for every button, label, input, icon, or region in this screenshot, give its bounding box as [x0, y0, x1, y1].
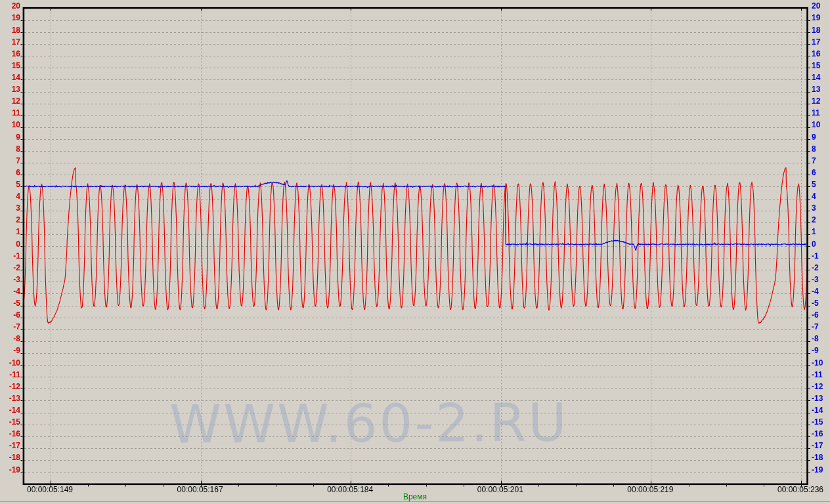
y-axis-label-left: 18 — [0, 26, 20, 35]
y-axis-label-left: -4 — [0, 287, 20, 296]
y-axis-label-left: -3 — [0, 276, 20, 284]
y-axis-label-right: 19 — [812, 14, 830, 22]
y-axis-label-left: 0 — [0, 240, 20, 249]
x-tick-label: 00:00:05:236 — [761, 486, 830, 494]
y-axis-label-right: -8 — [812, 335, 830, 343]
y-axis-label-left: -9 — [0, 346, 20, 355]
y-axis-label-right: -3 — [812, 276, 830, 284]
y-axis-label-left: -17 — [0, 442, 20, 450]
y-axis-label-left: -6 — [0, 311, 20, 320]
y-axis-label-right: -2 — [812, 264, 830, 272]
y-axis-label-right: 11 — [812, 109, 830, 117]
y-axis-label-left: -19 — [0, 466, 20, 474]
y-axis-label-right: -12 — [812, 383, 830, 391]
y-axis-label-right: 5 — [812, 180, 830, 189]
y-axis-label-left: 17 — [0, 38, 20, 47]
x-tick-label: 00:00:05:219 — [611, 486, 689, 494]
y-axis-label-right: 3 — [812, 204, 830, 213]
y-axis-label-right: 12 — [812, 97, 830, 106]
y-axis-label-right: 18 — [812, 26, 830, 35]
y-axis-label-left: 11 — [0, 109, 20, 117]
y-axis-label-left: 1 — [0, 228, 20, 236]
y-axis-label-right: -11 — [812, 371, 830, 379]
y-axis-label-right: -5 — [812, 299, 830, 308]
y-axis-label-right: -19 — [812, 466, 830, 474]
y-axis-label-right: 16 — [812, 50, 830, 58]
x-tick-label: 00:00:05:184 — [311, 486, 389, 494]
y-axis-label-left: 14 — [0, 74, 20, 82]
y-axis-label-right: -10 — [812, 359, 830, 368]
y-axis-label-left: -2 — [0, 264, 20, 272]
y-axis-label-left: 12 — [0, 97, 20, 106]
x-axis-title: Время — [382, 493, 448, 501]
y-axis-label-right: -15 — [812, 418, 830, 427]
y-axis-label-left: 7 — [0, 157, 20, 165]
y-axis-label-left: 13 — [0, 85, 20, 94]
y-axis-label-left: 16 — [0, 50, 20, 58]
y-axis-label-left: 4 — [0, 192, 20, 201]
y-axis-label-left: -5 — [0, 299, 20, 308]
y-axis-label-left: -1 — [0, 252, 20, 261]
y-axis-label-left: 15 — [0, 62, 20, 70]
y-axis-label-right: -4 — [812, 287, 830, 296]
y-axis-label-left: -16 — [0, 430, 20, 438]
y-axis-label-left: -10 — [0, 359, 20, 368]
y-axis-label-left: 2 — [0, 216, 20, 224]
y-axis-label-right: 4 — [812, 192, 830, 201]
y-axis-label-left: -15 — [0, 418, 20, 427]
y-axis-label-left: 20 — [0, 2, 20, 10]
waveform-plot-canvas[interactable] — [0, 0, 830, 504]
y-axis-label-left: -7 — [0, 323, 20, 331]
y-axis-label-right: -13 — [812, 394, 830, 403]
y-axis-label-right: 6 — [812, 169, 830, 177]
y-axis-label-right: 15 — [812, 62, 830, 70]
y-axis-label-right: 1 — [812, 228, 830, 236]
y-axis-label-right: -1 — [812, 252, 830, 261]
y-axis-label-left: -14 — [0, 406, 20, 415]
y-axis-label-left: 9 — [0, 133, 20, 142]
y-axis-label-left: -18 — [0, 453, 20, 462]
y-axis-label-right: -6 — [812, 311, 830, 320]
y-axis-label-left: 8 — [0, 145, 20, 154]
y-axis-label-right: 17 — [812, 38, 830, 47]
bottom-edge-divider — [0, 501, 830, 502]
y-axis-label-right: 9 — [812, 133, 830, 142]
x-tick-label: 00:00:05:149 — [11, 486, 89, 494]
y-axis-label-right: -14 — [812, 406, 830, 415]
y-axis-label-right: 10 — [812, 121, 830, 129]
y-axis-label-left: 6 — [0, 169, 20, 177]
y-axis-label-left: -11 — [0, 371, 20, 379]
x-tick-label: 00:00:05:167 — [161, 486, 240, 494]
y-axis-label-left: 5 — [0, 180, 20, 189]
y-axis-label-right: 13 — [812, 85, 830, 94]
y-axis-label-right: 0 — [812, 240, 830, 249]
x-tick-label: 00:00:05:201 — [461, 486, 540, 494]
y-axis-label-right: -17 — [812, 442, 830, 450]
y-axis-label-right: 8 — [812, 145, 830, 154]
oscillogram-viewer: WWW.60-2.RU 2019181716151413121110987654… — [0, 0, 830, 504]
y-axis-label-right: 14 — [812, 74, 830, 82]
y-axis-label-left: -12 — [0, 383, 20, 391]
y-axis-label-left: 19 — [0, 14, 20, 22]
y-axis-label-right: -7 — [812, 323, 830, 331]
y-axis-label-left: -13 — [0, 394, 20, 403]
y-axis-label-right: 2 — [812, 216, 830, 224]
y-axis-label-right: -16 — [812, 430, 830, 438]
y-axis-label-left: -8 — [0, 335, 20, 343]
y-axis-label-right: 20 — [812, 2, 830, 10]
y-axis-label-right: 7 — [812, 157, 830, 165]
y-axis-label-left: 10 — [0, 121, 20, 129]
y-axis-label-left: 3 — [0, 204, 20, 213]
y-axis-label-right: -18 — [812, 453, 830, 462]
y-axis-label-right: -9 — [812, 346, 830, 355]
